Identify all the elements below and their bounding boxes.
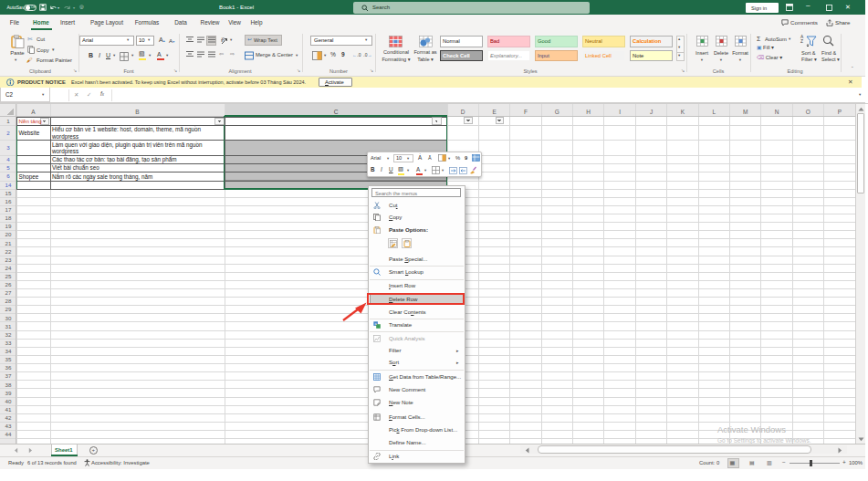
svg-text:E: E [492, 109, 497, 115]
svg-text:Nền tảng: Nền tảng [19, 118, 43, 124]
svg-text:Shopee: Shopee [19, 173, 39, 181]
svg-text:14: 14 [5, 182, 12, 188]
svg-text:22: 22 [5, 248, 12, 255]
svg-text:34: 34 [5, 348, 12, 354]
svg-text:Các thao tác cơ bản: tạo bài đ: Các thao tác cơ bản: tạo bài đăng, tạo s… [52, 156, 176, 163]
svg-text:5: 5 [6, 164, 10, 171]
svg-text:26: 26 [5, 281, 12, 288]
svg-text:41: 41 [5, 406, 12, 413]
svg-text:J: J [650, 109, 653, 115]
svg-text:6: 6 [6, 173, 10, 179]
svg-text:29: 29 [5, 306, 12, 312]
svg-text:B: B [135, 109, 139, 115]
svg-text:D: D [461, 109, 465, 115]
svg-text:25: 25 [5, 273, 12, 279]
svg-text:G: G [555, 109, 559, 115]
svg-text:35: 35 [5, 356, 12, 362]
svg-text:20: 20 [5, 231, 12, 237]
svg-text:2: 2 [6, 130, 10, 136]
svg-text:H: H [586, 109, 591, 115]
svg-text:44: 44 [5, 431, 12, 437]
svg-text:K: K [681, 109, 685, 115]
svg-text:28: 28 [5, 298, 12, 304]
svg-text:L: L [712, 109, 716, 115]
svg-text:38: 38 [5, 382, 12, 388]
svg-text:18: 18 [5, 214, 12, 221]
svg-text:33: 33 [5, 340, 12, 346]
svg-text:Viết bài chuẩn seo: Viết bài chuẩn seo [52, 163, 99, 171]
svg-text:1: 1 [6, 118, 10, 124]
svg-text:I: I [619, 109, 621, 115]
svg-text:3: 3 [6, 144, 10, 151]
svg-text:4: 4 [6, 156, 10, 162]
svg-text:P: P [838, 109, 842, 115]
svg-text:Website: Website [19, 130, 40, 136]
svg-text:A: A [31, 109, 36, 115]
svg-text:21: 21 [5, 240, 12, 246]
svg-text:wordpress: wordpress [51, 148, 78, 155]
svg-text:30: 30 [5, 315, 12, 321]
svg-text:16: 16 [5, 198, 12, 204]
svg-text:F: F [524, 109, 528, 115]
svg-text:23: 23 [5, 256, 12, 263]
svg-text:36: 36 [5, 364, 12, 371]
svg-text:37: 37 [5, 372, 12, 379]
svg-text:15: 15 [5, 190, 12, 196]
svg-text:42: 42 [5, 414, 12, 421]
svg-text:43: 43 [5, 423, 12, 429]
svg-text:32: 32 [5, 331, 12, 338]
svg-text:40: 40 [5, 398, 12, 404]
svg-text:C: C [334, 109, 339, 115]
svg-text:39: 39 [5, 390, 12, 396]
svg-text:27: 27 [5, 289, 12, 296]
svg-text:17: 17 [5, 206, 12, 213]
svg-text:N: N [775, 109, 779, 115]
svg-text:24: 24 [5, 265, 12, 271]
svg-text:Nắm rõ các ngày sale trong thá: Nắm rõ các ngày sale trong tháng, năm [52, 173, 152, 181]
svg-text:31: 31 [5, 323, 12, 329]
svg-text:19: 19 [5, 223, 12, 229]
svg-text:O: O [806, 109, 810, 115]
svg-text:M: M [743, 109, 748, 115]
svg-text:wordpress: wordpress [51, 133, 78, 141]
